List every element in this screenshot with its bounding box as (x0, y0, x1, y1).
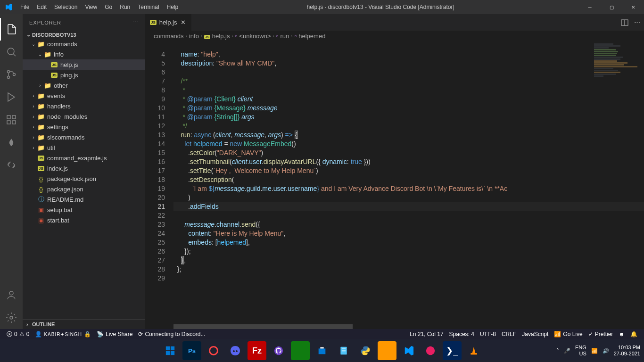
tree-item-start-bat[interactable]: ▣start.bat (23, 215, 145, 225)
python-icon[interactable] (356, 341, 375, 360)
eol[interactable]: CRLF (499, 331, 519, 337)
menu-edit[interactable]: Edit (33, 4, 50, 10)
microsoft-store-icon[interactable] (313, 341, 331, 360)
live-share-status[interactable]: 📡 Live Share (94, 331, 135, 337)
tree-item-slscommands[interactable]: ›📁slscommands (23, 132, 145, 142)
wifi-icon[interactable]: 📶 (591, 348, 598, 354)
volume-icon[interactable]: 🔊 (603, 348, 609, 354)
indentation[interactable]: Spaces: 4 (446, 331, 477, 337)
code-line[interactable]: `I am ${messsage.guild.me.user.username}… (173, 184, 644, 193)
code-line[interactable]: */ (173, 122, 644, 131)
tree-item-package-json[interactable]: {}package.json (23, 184, 145, 194)
discord-status[interactable]: ⟳ Connecting to Discord... (135, 331, 208, 337)
tree-item-README-md[interactable]: ⓘREADME.md (23, 194, 145, 205)
cursor-position[interactable]: Ln 21, Col 17 (407, 331, 446, 337)
extensions-icon[interactable] (0, 108, 23, 131)
language-mode[interactable]: JavaScript (519, 331, 551, 337)
language-indicator[interactable]: ENG US (575, 345, 586, 357)
breadcrumb-item[interactable]: run (281, 33, 289, 40)
github-icon[interactable] (269, 341, 288, 360)
notepad-icon[interactable] (334, 341, 353, 360)
app-pink-icon[interactable] (421, 341, 440, 360)
more-actions-icon[interactable]: ⋯ (634, 19, 640, 26)
breadcrumb-item[interactable]: helpemed (298, 33, 325, 40)
maximize-button[interactable]: ▢ (601, 0, 622, 14)
tab-help-js[interactable]: JS help.js ✕ (145, 14, 192, 31)
vscode-taskbar-icon[interactable] (399, 341, 418, 360)
code-line[interactable]: }); (173, 247, 644, 256)
accounts-icon[interactable] (0, 284, 23, 306)
filezilla-icon[interactable]: Fz (248, 341, 266, 360)
menu-help[interactable]: Help (163, 4, 182, 10)
code-line[interactable]: .setThumbnail(client.user.displayAvatarU… (173, 157, 644, 166)
tree-item-package-lock-json[interactable]: {}package-lock.json (23, 173, 145, 184)
code-line[interactable]: .setTitle(`Hey , Welcome to My Help Menu… (173, 166, 644, 175)
explorer-icon[interactable] (0, 18, 23, 41)
code-line[interactable]: * @param {Message} messsage (173, 104, 644, 113)
start-button[interactable] (161, 341, 180, 360)
encoding[interactable]: UTF-8 (477, 331, 499, 337)
minimap[interactable] (592, 41, 644, 135)
code-line[interactable]: .setColor("DARK_NAVY") (173, 148, 644, 157)
photoshop-icon[interactable]: Ps (182, 341, 201, 360)
breadcrumbs[interactable]: commands›info›JShelp.js›▫<unknown>›▫run›… (145, 31, 644, 41)
code-line[interactable]: }; (173, 265, 644, 274)
menu-run[interactable]: Run (116, 4, 134, 10)
code-line[interactable]: * (173, 86, 644, 95)
code-content[interactable]: name: "help", description: "Show all MY … (173, 41, 644, 329)
code-line[interactable]: description: "Show all MY CMD", (173, 59, 644, 68)
code-line[interactable]: * @param {String[]} args (173, 113, 644, 122)
code-editor[interactable]: 4567891011121314151617181920212223242526… (145, 41, 644, 329)
minimize-button[interactable]: ─ (579, 0, 601, 14)
tab-close-icon[interactable]: ✕ (180, 18, 187, 27)
breadcrumb-item[interactable]: help.js (212, 33, 230, 40)
tree-item-node_modules[interactable]: ›📁node_modules (23, 111, 145, 122)
code-line[interactable]: .setDescription( (173, 175, 644, 184)
menu-selection[interactable]: Selection (50, 4, 81, 10)
tree-item-info[interactable]: ⌄📁info (23, 49, 145, 59)
horizontal-scrollbar[interactable] (173, 324, 644, 329)
code-line[interactable]: embeds: [helpemed], (173, 238, 644, 247)
vlc-icon[interactable] (464, 341, 483, 360)
tree-item-commands[interactable]: ⌄📁commands (23, 39, 145, 49)
live-share-icon[interactable] (0, 154, 23, 176)
tree-item-help-js[interactable]: JShelp.js (23, 59, 145, 70)
scrollbar-thumb[interactable] (173, 324, 353, 329)
tray-chevron-icon[interactable]: ˄ (556, 348, 559, 354)
tree-item-index-js[interactable]: JSindex.js (23, 163, 145, 173)
user-badge[interactable]: 👤 KABIR✦SINGH 🔒 (32, 331, 94, 337)
close-button[interactable]: ✕ (622, 0, 644, 14)
code-line[interactable] (173, 274, 644, 283)
breadcrumb-item[interactable]: info (189, 33, 199, 40)
discord-icon[interactable] (226, 341, 245, 360)
prettier-status[interactable]: ✓ Prettier (586, 331, 616, 337)
sublime-icon[interactable] (378, 341, 396, 360)
code-line[interactable] (173, 211, 644, 220)
code-line[interactable]: * @param {Client} client (173, 95, 644, 104)
menu-file[interactable]: File (17, 4, 33, 10)
code-line[interactable] (173, 68, 644, 77)
code-line[interactable]: /** (173, 77, 644, 86)
code-line[interactable]: messsage.channel.send({ (173, 220, 644, 229)
outline-section-header[interactable]: › OUTLINE (23, 319, 145, 329)
code-line[interactable]: ) (173, 193, 644, 202)
settings-icon[interactable] (0, 306, 23, 329)
powershell-icon[interactable]: ❯_ (443, 341, 462, 360)
menu-terminal[interactable]: Terminal (134, 4, 163, 10)
split-editor-icon[interactable] (621, 19, 628, 26)
breadcrumb-item[interactable]: <unknown> (239, 33, 271, 40)
app-green-icon[interactable] (291, 341, 310, 360)
run-debug-icon[interactable] (0, 86, 23, 108)
tree-item-util[interactable]: ›📁util (23, 142, 145, 153)
code-line[interactable]: let helpemed = new MessageEmbed() (173, 140, 644, 148)
tree-item-setup-bat[interactable]: ▣setup.bat (23, 205, 145, 215)
source-control-icon[interactable] (0, 63, 23, 86)
tree-item-settings[interactable]: ›📁settings (23, 122, 145, 132)
code-line[interactable]: }, (173, 256, 644, 265)
notifications-icon[interactable]: 🔔 (627, 331, 640, 337)
code-line[interactable]: name: "help", (173, 50, 644, 59)
microphone-icon[interactable]: 🎤 (564, 348, 570, 354)
mongodb-icon[interactable] (0, 131, 23, 154)
feedback-icon[interactable]: ☻ (616, 331, 627, 337)
tree-item-events[interactable]: ›📁events (23, 90, 145, 101)
